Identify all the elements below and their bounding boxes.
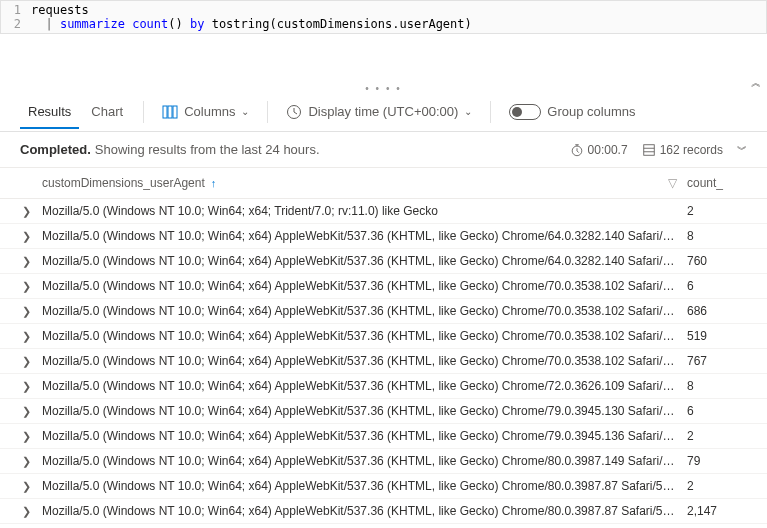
table-row[interactable]: ❯Mozilla/5.0 (Windows NT 10.0; Win64; x6… (0, 349, 767, 374)
toggle-off-icon[interactable] (509, 104, 541, 120)
record-count: 162 records (642, 143, 723, 157)
expand-row-icon[interactable]: ❯ (22, 255, 42, 268)
table-row[interactable]: ❯Mozilla/5.0 (Windows NT 10.0; Win64; x6… (0, 524, 767, 528)
table-row[interactable]: ❯Mozilla/5.0 (Windows NT 10.0; Win64; x6… (0, 399, 767, 424)
expand-down-icon[interactable]: ︾ (737, 143, 747, 157)
group-columns-label: Group columns (547, 104, 635, 119)
expand-row-icon[interactable]: ❯ (22, 280, 42, 293)
columns-label: Columns (184, 104, 235, 119)
tab-chart[interactable]: Chart (83, 94, 131, 129)
cell-useragent: Mozilla/5.0 (Windows NT 10.0; Win64; x64… (42, 379, 687, 393)
divider (267, 101, 268, 123)
column-header-useragent[interactable]: customDimensions_userAgent ↑ (42, 176, 668, 190)
cell-count: 79 (687, 454, 747, 468)
query-line: 2 | summarize count() by tostring(custom… (1, 17, 766, 31)
cell-useragent: Mozilla/5.0 (Windows NT 10.0; Win64; x64… (42, 404, 687, 418)
cell-useragent: Mozilla/5.0 (Windows NT 10.0; Win64; x64… (42, 229, 687, 243)
cell-useragent: Mozilla/5.0 (Windows NT 10.0; Win64; x64… (42, 479, 687, 493)
group-columns-toggle[interactable]: Group columns (503, 100, 641, 124)
divider (143, 101, 144, 123)
table-row[interactable]: ❯Mozilla/5.0 (Windows NT 10.0; Win64; x6… (0, 449, 767, 474)
cell-useragent: Mozilla/5.0 (Windows NT 10.0; Win64; x64… (42, 204, 687, 218)
columns-button[interactable]: Columns ⌄ (156, 100, 255, 124)
cell-count: 6 (687, 404, 747, 418)
expand-row-icon[interactable]: ❯ (22, 205, 42, 218)
table-row[interactable]: ❯Mozilla/5.0 (Windows NT 10.0; Win64; x6… (0, 324, 767, 349)
query-code: | summarize count() by tostring(customDi… (31, 17, 472, 31)
table-row[interactable]: ❯Mozilla/5.0 (Windows NT 10.0; Win64; x6… (0, 474, 767, 499)
table-row[interactable]: ❯Mozilla/5.0 (Windows NT 10.0; Win64; x6… (0, 249, 767, 274)
status-completed: Completed. (20, 142, 91, 157)
chevron-down-icon: ⌄ (241, 106, 249, 117)
query-editor[interactable]: 1 requests 2 | summarize count() by tost… (0, 0, 767, 34)
table-row[interactable]: ❯Mozilla/5.0 (Windows NT 10.0; Win64; x6… (0, 299, 767, 324)
table-row[interactable]: ❯Mozilla/5.0 (Windows NT 10.0; Win64; x6… (0, 274, 767, 299)
resize-handle-icon[interactable]: • • • • (365, 83, 401, 94)
cell-useragent: Mozilla/5.0 (Windows NT 10.0; Win64; x64… (42, 329, 687, 343)
cell-useragent: Mozilla/5.0 (Windows NT 10.0; Win64; x64… (42, 354, 687, 368)
tab-results[interactable]: Results (20, 94, 79, 129)
table-body: ❯Mozilla/5.0 (Windows NT 10.0; Win64; x6… (0, 199, 767, 528)
svg-rect-5 (643, 144, 654, 155)
expand-row-icon[interactable]: ❯ (22, 480, 42, 493)
display-time-button[interactable]: Display time (UTC+00:00) ⌄ (280, 100, 478, 124)
line-number: 2 (1, 17, 31, 31)
expand-row-icon[interactable]: ❯ (22, 430, 42, 443)
cell-count: 6 (687, 279, 747, 293)
cell-useragent: Mozilla/5.0 (Windows NT 10.0; Win64; x64… (42, 304, 687, 318)
svg-rect-0 (163, 106, 167, 118)
table-row[interactable]: ❯Mozilla/5.0 (Windows NT 10.0; Win64; x6… (0, 374, 767, 399)
stopwatch-icon (570, 143, 584, 157)
cell-count: 8 (687, 379, 747, 393)
expand-row-icon[interactable]: ❯ (22, 230, 42, 243)
cell-count: 2,147 (687, 504, 747, 518)
cell-useragent: Mozilla/5.0 (Windows NT 10.0; Win64; x64… (42, 454, 687, 468)
svg-rect-1 (168, 106, 172, 118)
table-row[interactable]: ❯Mozilla/5.0 (Windows NT 10.0; Win64; x6… (0, 224, 767, 249)
expand-row-icon[interactable]: ❯ (22, 380, 42, 393)
query-line: 1 requests (1, 3, 766, 17)
query-code: requests (31, 3, 89, 17)
sort-asc-icon: ↑ (211, 177, 217, 189)
svg-rect-2 (173, 106, 177, 118)
expand-row-icon[interactable]: ❯ (22, 505, 42, 518)
cell-count: 686 (687, 304, 747, 318)
cell-useragent: Mozilla/5.0 (Windows NT 10.0; Win64; x64… (42, 504, 687, 518)
status-subtitle: Showing results from the last 24 hours. (95, 142, 320, 157)
records-icon (642, 143, 656, 157)
elapsed-time: 00:00.7 (570, 143, 628, 157)
divider (490, 101, 491, 123)
cell-count: 2 (687, 204, 747, 218)
cell-count: 2 (687, 429, 747, 443)
table-row[interactable]: ❯Mozilla/5.0 (Windows NT 10.0; Win64; x6… (0, 199, 767, 224)
line-number: 1 (1, 3, 31, 17)
query-spacer: • • • • ︽ (0, 34, 767, 92)
collapse-up-icon[interactable]: ︽ (751, 76, 761, 90)
chevron-down-icon: ⌄ (464, 106, 472, 117)
column-header-count[interactable]: count_ (687, 176, 747, 190)
cell-count: 767 (687, 354, 747, 368)
expand-row-icon[interactable]: ❯ (22, 455, 42, 468)
filter-icon[interactable]: ▽ (668, 176, 677, 190)
cell-useragent: Mozilla/5.0 (Windows NT 10.0; Win64; x64… (42, 279, 687, 293)
expand-row-icon[interactable]: ❯ (22, 330, 42, 343)
expand-row-icon[interactable]: ❯ (22, 305, 42, 318)
status-bar: Completed. Showing results from the last… (0, 132, 767, 167)
cell-count: 8 (687, 229, 747, 243)
table-row[interactable]: ❯Mozilla/5.0 (Windows NT 10.0; Win64; x6… (0, 499, 767, 524)
table-row[interactable]: ❯Mozilla/5.0 (Windows NT 10.0; Win64; x6… (0, 424, 767, 449)
expand-row-icon[interactable]: ❯ (22, 405, 42, 418)
results-toolbar: Results Chart Columns ⌄ Display time (UT… (0, 92, 767, 132)
cell-count: 760 (687, 254, 747, 268)
display-time-label: Display time (UTC+00:00) (308, 104, 458, 119)
table-header-row: customDimensions_userAgent ↑ ▽ count_ (0, 167, 767, 199)
columns-icon (162, 104, 178, 120)
cell-useragent: Mozilla/5.0 (Windows NT 10.0; Win64; x64… (42, 254, 687, 268)
clock-icon (286, 104, 302, 120)
cell-count: 519 (687, 329, 747, 343)
cell-useragent: Mozilla/5.0 (Windows NT 10.0; Win64; x64… (42, 429, 687, 443)
expand-row-icon[interactable]: ❯ (22, 355, 42, 368)
cell-count: 2 (687, 479, 747, 493)
